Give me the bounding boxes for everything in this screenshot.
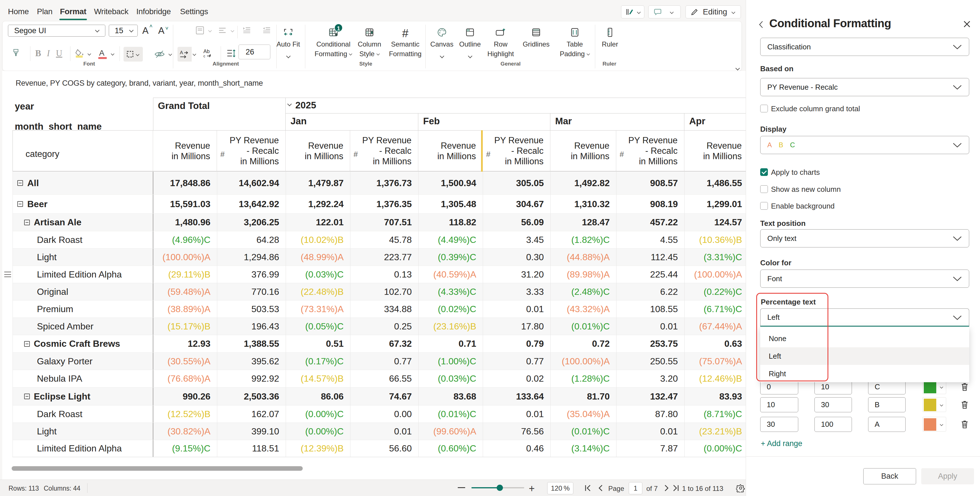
svg-text:Ab: Ab [203, 49, 210, 54]
svg-text:A: A [180, 50, 183, 55]
svg-text:c: c [203, 54, 205, 58]
